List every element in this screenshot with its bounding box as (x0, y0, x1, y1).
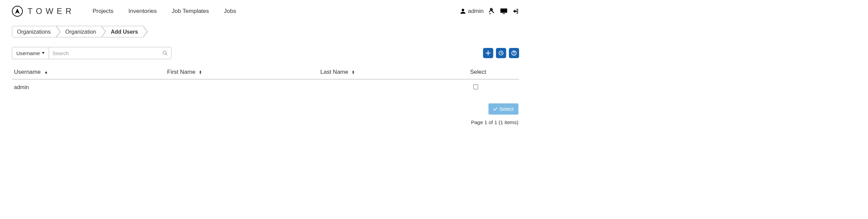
nav-jobs[interactable]: Jobs (224, 8, 236, 15)
search-input[interactable] (52, 47, 162, 59)
svg-rect-1 (502, 13, 505, 14)
clock-icon (498, 50, 504, 56)
portal-icon[interactable] (500, 8, 508, 14)
activity-stream-button[interactable] (496, 48, 506, 58)
help-button[interactable] (509, 48, 519, 58)
current-user[interactable]: admin (460, 8, 484, 15)
user-icon (460, 8, 466, 14)
col-header-last-name[interactable]: Last Name ▲▼ (320, 69, 470, 75)
col-header-username[interactable]: Username ▲ (14, 69, 167, 75)
check-icon (493, 107, 497, 111)
svg-rect-0 (500, 9, 507, 13)
search-icon[interactable] (162, 50, 168, 56)
cell-first-name (167, 84, 320, 90)
breadcrumb-organization[interactable]: Organization (56, 26, 102, 37)
logout-icon[interactable] (512, 8, 519, 15)
brand-title: TOWER (28, 6, 75, 16)
breadcrumb: Organizations Organization Add Users (12, 26, 519, 37)
row-select-checkbox[interactable] (473, 84, 478, 89)
main-nav: Projects Inventories Job Templates Jobs (93, 8, 236, 15)
col-header-first-name[interactable]: First Name ▲▼ (167, 69, 320, 75)
cell-last-name (320, 84, 470, 90)
caret-down-icon (42, 52, 45, 54)
brand-logo (12, 6, 23, 17)
svg-line-3 (166, 54, 167, 55)
plus-icon (485, 50, 491, 56)
filter-field-dropdown[interactable]: Username (12, 47, 49, 59)
col-header-select: Select (470, 69, 517, 75)
cell-username: admin (14, 84, 167, 90)
brand-a-icon (15, 8, 20, 14)
add-button[interactable] (483, 48, 493, 58)
table-row: admin (12, 80, 519, 97)
svg-point-6 (514, 54, 514, 55)
setup-icon[interactable] (488, 8, 495, 15)
breadcrumb-organizations[interactable]: Organizations (12, 26, 57, 37)
sort-asc-icon: ▲ (44, 71, 48, 73)
sort-icon: ▲▼ (199, 70, 202, 74)
select-button[interactable]: Select (488, 103, 518, 115)
breadcrumb-add-users[interactable]: Add Users (101, 26, 144, 37)
sort-icon: ▲▼ (352, 70, 355, 74)
nav-inventories[interactable]: Inventories (128, 8, 157, 15)
nav-job-templates[interactable]: Job Templates (172, 8, 209, 15)
search-wrap (49, 47, 172, 59)
question-icon (511, 50, 517, 56)
page-info: Page 1 of 1 (1 items) (471, 119, 518, 125)
current-user-name: admin (468, 8, 484, 15)
nav-projects[interactable]: Projects (93, 8, 113, 15)
filter-field-label: Username (16, 50, 40, 56)
